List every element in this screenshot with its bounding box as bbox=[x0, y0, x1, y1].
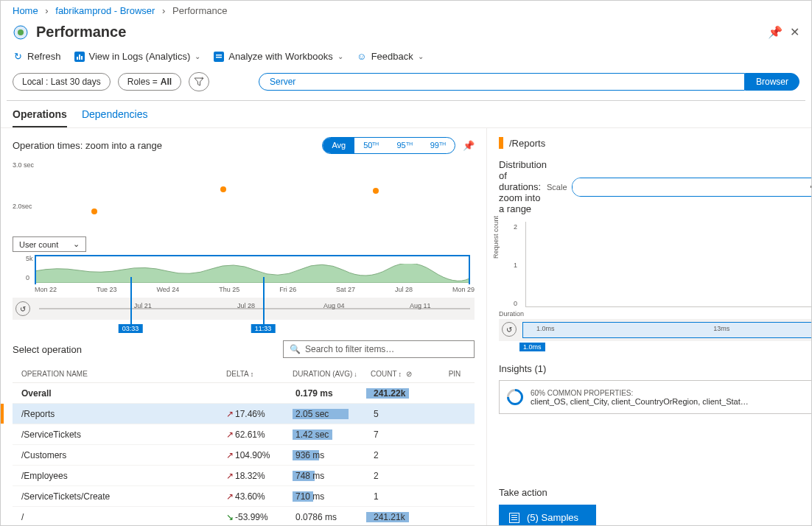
detail-title: /Reports bbox=[509, 138, 545, 149]
filter-icon: + bbox=[194, 77, 204, 87]
scale-toggle[interactable] bbox=[572, 178, 812, 197]
duration-label: Duration bbox=[499, 310, 524, 318]
scale-label: Scale bbox=[547, 183, 567, 192]
series-color-indicator bbox=[499, 137, 503, 149]
page-title: Performance bbox=[36, 24, 760, 41]
op-times-title: Operation times: zoom into a range bbox=[13, 140, 322, 151]
ytick: 1 bbox=[514, 262, 517, 269]
toolbar: ↻ Refresh View in Logs (Analytics)⌄ Anal… bbox=[1, 48, 811, 69]
percentile-toggle[interactable]: Avg 50ᵀᴴ 95ᵀᴴ 99ᵀᴴ bbox=[322, 137, 455, 154]
x-axis-labels: Mon 22Tue 23Wed 24Thu 25Fri 26Sat 27Jul … bbox=[35, 286, 475, 293]
toggle-server[interactable]: Server bbox=[259, 73, 745, 91]
timeline-marker[interactable] bbox=[130, 277, 132, 327]
feedback-icon: ☺ bbox=[357, 52, 367, 62]
clock-icon[interactable]: ↺ bbox=[15, 301, 30, 316]
ytick: 2 bbox=[514, 223, 517, 231]
timeline-marker[interactable] bbox=[263, 277, 265, 327]
y-axis-label: Request count bbox=[492, 216, 500, 259]
user-count-select[interactable]: User count⌄ bbox=[13, 236, 86, 252]
ytick: 2.0sec bbox=[13, 203, 32, 210]
insights-card[interactable]: 60% COMMON PROPERTIES: client_OS, client… bbox=[499, 380, 812, 414]
table-row[interactable]: / ↘-53.99% 0.0786 ms 241.21k bbox=[13, 507, 475, 526]
analyze-workbooks-button[interactable]: Analyze with Workbooks⌄ bbox=[214, 51, 343, 62]
table-row[interactable]: /Reports ↗17.46% 2.05 sec 5 bbox=[13, 404, 475, 424]
timeline-badge: 03:33 bbox=[119, 324, 143, 333]
search-icon: 🔍 bbox=[290, 344, 301, 354]
ytick: 3.0 sec bbox=[13, 161, 34, 169]
col-operation-name[interactable]: OPERATION NAME bbox=[13, 370, 226, 378]
view-logs-button[interactable]: View in Logs (Analytics)⌄ bbox=[74, 51, 201, 62]
range-start-badge: 1.0ms bbox=[519, 343, 545, 351]
roles-filter[interactable]: Roles = All bbox=[118, 73, 181, 91]
search-input[interactable]: 🔍 Search to filter items… bbox=[283, 340, 475, 358]
ytick: 5k bbox=[26, 255, 33, 262]
scale-linear[interactable] bbox=[573, 178, 812, 196]
list-icon bbox=[509, 513, 519, 523]
breadcrumb-current: Performance bbox=[172, 5, 227, 16]
percentile-99[interactable]: 99ᵀᴴ bbox=[421, 138, 455, 153]
take-action-title: Take action bbox=[499, 487, 547, 498]
workbook-icon bbox=[214, 52, 224, 62]
donut-icon bbox=[503, 385, 526, 408]
percentile-95[interactable]: 95ᵀᴴ bbox=[388, 138, 421, 153]
server-browser-toggle[interactable]: Server Browser bbox=[259, 73, 799, 91]
selection-indicator bbox=[1, 404, 4, 424]
col-pin: PIN bbox=[440, 370, 469, 378]
table-row[interactable]: /ServiceTickets/Create ↗43.60% 710 ms 1 bbox=[13, 486, 475, 507]
performance-icon bbox=[13, 24, 29, 41]
breadcrumb-home[interactable]: Home bbox=[13, 5, 38, 16]
svg-text:+: + bbox=[200, 77, 204, 82]
table-row[interactable]: /ServiceTickets ↗62.61% 1.42 sec 7 bbox=[13, 424, 475, 445]
percentile-avg[interactable]: Avg bbox=[323, 138, 354, 153]
data-point bbox=[220, 186, 226, 192]
operations-table: OPERATION NAME DELTA↕ DURATION (AVG)↓ CO… bbox=[13, 365, 475, 526]
close-icon[interactable]: ✕ bbox=[790, 25, 799, 39]
pin-page-icon[interactable]: 📌 bbox=[768, 25, 783, 39]
add-filter-button[interactable]: + bbox=[189, 72, 209, 91]
toggle-browser[interactable]: Browser bbox=[745, 73, 799, 91]
feedback-button[interactable]: ☺ Feedback⌄ bbox=[357, 51, 424, 62]
col-delta[interactable]: DELTA↕ bbox=[226, 370, 293, 378]
data-point bbox=[91, 208, 97, 214]
svg-rect-5 bbox=[81, 56, 83, 60]
distribution-chart[interactable]: Request count 2 1 0 Duration 1.0ms 13ms … bbox=[499, 222, 812, 318]
clock-icon[interactable]: ↺ bbox=[502, 322, 517, 337]
breadcrumb-mid[interactable]: fabrikamprod - Browser bbox=[55, 5, 155, 16]
chevron-down-icon: ⌄ bbox=[73, 239, 80, 249]
svg-rect-4 bbox=[79, 55, 80, 60]
user-count-chart[interactable]: 5k 0 Mon 22Tue 23Wed 24Thu 25Fri 26Sat 2… bbox=[13, 255, 475, 292]
distribution-title: Distribution of durations: zoom into a r… bbox=[499, 159, 547, 214]
insights-title: Insights (1) bbox=[499, 363, 812, 374]
data-point bbox=[373, 188, 379, 194]
svg-point-1 bbox=[18, 29, 24, 35]
table-row[interactable]: /Employees ↗18.32% 748 ms 2 bbox=[13, 466, 475, 486]
col-count[interactable]: COUNT↕⊘ bbox=[366, 370, 440, 378]
percentile-50[interactable]: 50ᵀᴴ bbox=[354, 138, 388, 153]
refresh-button[interactable]: ↻ Refresh bbox=[13, 51, 61, 62]
svg-rect-7 bbox=[216, 55, 222, 56]
timeline-badge: 11:33 bbox=[251, 324, 276, 333]
breadcrumb: Home › fabrikamprod - Browser › Performa… bbox=[1, 1, 811, 21]
col-duration[interactable]: DURATION (AVG)↓ bbox=[293, 370, 366, 378]
op-times-chart[interactable]: 3.0 sec 2.0sec bbox=[13, 160, 475, 234]
time-range-filter[interactable]: Local : Last 30 days bbox=[13, 73, 111, 91]
table-row[interactable]: /Customers ↗104.90% 936 ms 2 bbox=[13, 445, 475, 466]
svg-rect-3 bbox=[77, 57, 78, 60]
ytick: 0 bbox=[514, 300, 517, 307]
refresh-icon: ↻ bbox=[13, 52, 23, 62]
tab-dependencies[interactable]: Dependencies bbox=[82, 108, 148, 127]
select-operation-title: Select operation bbox=[13, 344, 283, 355]
tab-operations[interactable]: Operations bbox=[13, 108, 67, 127]
logs-icon bbox=[74, 52, 85, 62]
samples-button[interactable]: (5) Samples bbox=[499, 505, 596, 526]
svg-rect-8 bbox=[216, 57, 222, 58]
pin-chart-icon[interactable]: 📌 bbox=[463, 140, 475, 151]
ytick: 0 bbox=[26, 274, 29, 281]
timeline-scrubber[interactable]: ↺ Jul 21 Jul 28 Aug 04 Aug 11 03:33 11:3… bbox=[13, 298, 475, 320]
table-row-overall[interactable]: Overall 0.179 ms 241.22k bbox=[13, 383, 475, 404]
distribution-timeline[interactable]: ↺ 1.0ms 13ms 75ms 240ms 580ms 1.5sec 1.0… bbox=[499, 319, 812, 341]
